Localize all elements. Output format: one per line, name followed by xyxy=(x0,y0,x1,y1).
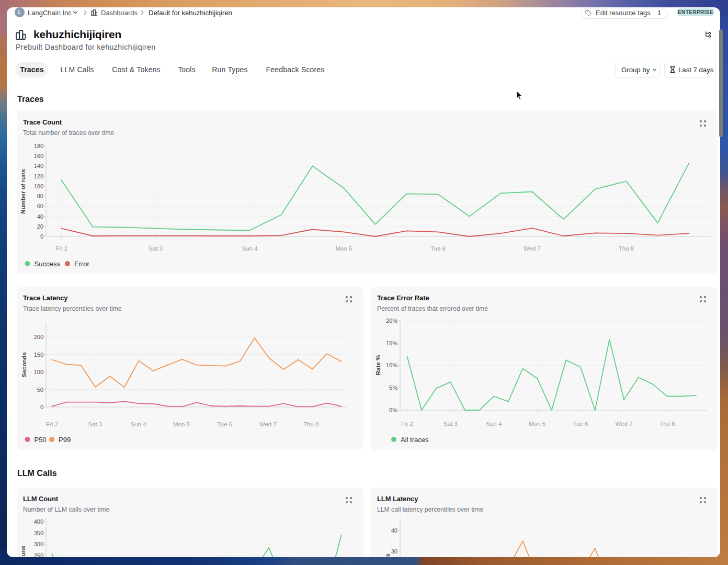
svg-text:Mon 5: Mon 5 xyxy=(529,421,545,427)
svg-text:Fri 2: Fri 2 xyxy=(46,421,58,427)
svg-text:Tue 6: Tue 6 xyxy=(217,421,232,427)
svg-text:140: 140 xyxy=(34,163,43,169)
svg-text:Thu 8: Thu 8 xyxy=(619,245,634,252)
svg-text:200: 200 xyxy=(34,334,43,340)
svg-text:Success: Success xyxy=(35,260,61,268)
svg-text:350: 350 xyxy=(34,530,43,536)
svg-text:5%: 5% xyxy=(389,385,397,391)
svg-text:P50: P50 xyxy=(35,436,47,444)
svg-text:250: 250 xyxy=(34,552,43,557)
svg-text:100: 100 xyxy=(34,183,43,189)
svg-text:Rate %: Rate % xyxy=(375,355,381,375)
svg-text:Number of runs: Number of runs xyxy=(20,169,26,214)
svg-text:15%: 15% xyxy=(386,340,397,346)
svg-text:Wed 7: Wed 7 xyxy=(524,245,541,252)
svg-text:180: 180 xyxy=(34,143,43,149)
svg-text:50: 50 xyxy=(37,387,43,393)
svg-text:40: 40 xyxy=(391,527,397,534)
svg-text:Wed 7: Wed 7 xyxy=(259,421,277,427)
svg-text:Thu 8: Thu 8 xyxy=(659,421,675,427)
svg-text:150: 150 xyxy=(34,352,43,358)
svg-text:10%: 10% xyxy=(386,362,397,368)
svg-text:Sat 3: Sat 3 xyxy=(149,245,163,252)
svg-text:0: 0 xyxy=(40,233,43,240)
svg-text:Wed 7: Wed 7 xyxy=(615,421,632,427)
svg-text:300: 300 xyxy=(34,541,43,547)
svg-text:400: 400 xyxy=(34,518,43,525)
svg-text:Number of runs: Number of runs xyxy=(20,546,26,557)
svg-text:Sun 4: Sun 4 xyxy=(486,421,502,427)
svg-text:Thu 8: Thu 8 xyxy=(303,421,318,427)
svg-text:60: 60 xyxy=(37,203,43,209)
svg-text:Sun 4: Sun 4 xyxy=(242,245,258,252)
svg-text:160: 160 xyxy=(34,153,43,159)
svg-text:Seconds: Seconds xyxy=(21,352,27,377)
svg-text:Mon 5: Mon 5 xyxy=(336,245,352,252)
svg-text:20: 20 xyxy=(37,223,43,230)
svg-text:Sat 3: Sat 3 xyxy=(88,421,102,427)
svg-text:All traces: All traces xyxy=(401,436,429,444)
svg-text:Error: Error xyxy=(74,260,90,268)
svg-text:Fri 2: Fri 2 xyxy=(55,245,67,252)
svg-text:Sat 3: Sat 3 xyxy=(443,421,458,427)
svg-text:40: 40 xyxy=(37,213,43,220)
svg-text:30: 30 xyxy=(391,548,397,555)
svg-text:0: 0 xyxy=(40,404,43,410)
svg-text:120: 120 xyxy=(34,173,43,179)
svg-text:Fri 2: Fri 2 xyxy=(401,421,413,427)
svg-text:P99: P99 xyxy=(59,436,71,444)
svg-text:80: 80 xyxy=(37,193,43,199)
svg-text:Mon 5: Mon 5 xyxy=(173,421,190,427)
svg-text:0%: 0% xyxy=(389,407,397,413)
svg-text:Seconds: Seconds xyxy=(384,553,391,557)
svg-text:20%: 20% xyxy=(386,318,397,324)
svg-text:Tue 6: Tue 6 xyxy=(573,421,588,427)
svg-text:Sun 4: Sun 4 xyxy=(130,421,146,427)
svg-text:100: 100 xyxy=(34,369,43,375)
svg-text:Tue 6: Tue 6 xyxy=(430,245,446,252)
